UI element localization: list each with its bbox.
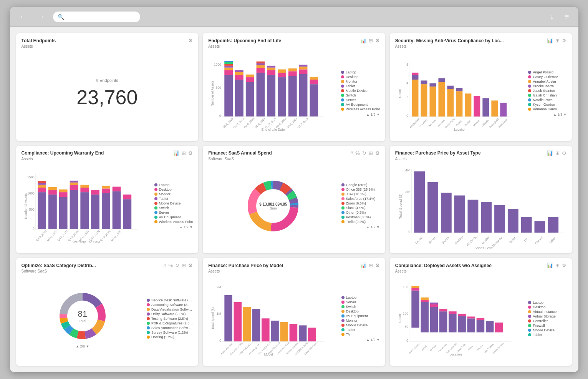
menu-button[interactable]: ≡ xyxy=(561,11,572,23)
bar-chart-icon[interactable]: 📊 xyxy=(360,38,366,43)
donut-area: $ 13,881,894.85 Sum xyxy=(208,163,338,249)
svg-text:Number of Assets: Number of Assets xyxy=(211,81,215,106)
hash-icon[interactable]: # xyxy=(350,150,353,156)
legend-label: Switch xyxy=(346,93,356,97)
svg-text:Firewall: Firewall xyxy=(534,235,544,245)
legend-dot xyxy=(341,89,344,92)
legend-item: Mobile Device xyxy=(528,328,566,332)
legend-dot xyxy=(147,299,150,302)
table-icon[interactable]: ⊞ xyxy=(555,38,560,43)
gear-icon[interactable]: ⚙ xyxy=(188,150,193,156)
pagination[interactable]: ▲ 1/2 ▼ xyxy=(341,338,380,342)
widget-body: # Endpoints 23,760 xyxy=(22,51,193,136)
widget-optimize-saas: Optimize: SaaS Category Distrib... # % ↻… xyxy=(16,258,199,366)
widget-actions: # % ↻ ⊞ ⚙ xyxy=(350,150,380,156)
table-icon[interactable]: ⊞ xyxy=(555,263,560,268)
widget-title: Endpoints: Upcoming End of Life xyxy=(208,38,281,43)
legend-item: Service Desk Software (… xyxy=(147,298,193,302)
pagination[interactable]: ▲ 1/2 ▼ xyxy=(341,113,380,116)
table-icon[interactable]: ⊞ xyxy=(182,263,186,268)
back-button[interactable]: ← xyxy=(16,11,30,23)
legend-label: Other (0.7%) xyxy=(346,211,366,214)
legend-item: Monitor xyxy=(341,319,380,322)
svg-rect-58 xyxy=(412,75,418,80)
svg-rect-15 xyxy=(235,70,243,72)
pagination[interactable]: ▲ 1/2 ▼ xyxy=(154,225,193,229)
legend-item: Jacob Stanton xyxy=(528,89,566,93)
svg-rect-231 xyxy=(476,318,484,320)
bar-chart-icon[interactable]: 📊 xyxy=(360,263,366,268)
svg-rect-101 xyxy=(48,187,57,190)
chart-area: Total Spend ($) 4M 2M 0 xyxy=(395,163,567,249)
legend-item: Brooke Ibarra xyxy=(528,84,566,88)
svg-rect-118 xyxy=(112,186,121,191)
legend-label: Monitor xyxy=(159,192,171,196)
legend-item: Server xyxy=(341,98,380,102)
svg-rect-64 xyxy=(438,82,445,117)
svg-rect-63 xyxy=(429,83,436,86)
download-button[interactable]: ↓ xyxy=(547,11,557,23)
svg-rect-191 xyxy=(280,322,288,342)
pagination[interactable]: ▲ 1/2 ▼ xyxy=(341,225,380,229)
bar-chart-icon[interactable]: 📊 xyxy=(173,150,179,156)
svg-text:Asset Type: Asset Type xyxy=(474,245,493,249)
address-input[interactable] xyxy=(53,12,140,22)
gear-icon[interactable]: ⚙ xyxy=(562,263,566,268)
svg-rect-61 xyxy=(421,80,427,84)
bar-chart-icon[interactable]: 📊 xyxy=(547,150,553,156)
legend-item: Sales Automation Softw… xyxy=(147,326,193,330)
svg-rect-117 xyxy=(112,191,121,229)
legend-dot xyxy=(147,308,150,311)
svg-rect-6 xyxy=(224,70,233,75)
legend-item: Salesforce (17.4%) xyxy=(341,197,380,201)
pagination[interactable]: ▲ 2/6 ▼ xyxy=(76,344,89,348)
legend-label: Kyson Gordon xyxy=(533,103,555,106)
gear-icon[interactable]: ⚙ xyxy=(375,263,380,268)
refresh-icon[interactable]: ↻ xyxy=(175,263,179,268)
refresh-icon[interactable]: ↻ xyxy=(362,150,366,156)
gear-icon[interactable]: ⚙ xyxy=(375,38,380,43)
widget-actions: 📊 ⊞ ⚙ xyxy=(547,38,566,43)
table-icon[interactable]: ⊞ xyxy=(369,150,373,156)
percent-icon[interactable]: % xyxy=(355,150,360,156)
bar-chart-icon[interactable]: 📊 xyxy=(547,38,553,43)
widget-subtitle: Assets xyxy=(22,44,193,48)
svg-text:0: 0 xyxy=(219,339,221,342)
legend-item: Virtual Storage xyxy=(528,314,566,318)
svg-rect-60 xyxy=(421,84,427,117)
legend-label: Google (26%) xyxy=(346,183,368,187)
legend-item: Postman (0.3%) xyxy=(341,215,380,219)
legend-label: Data Visualization Softw… xyxy=(151,308,192,311)
legend-item: Mobile Device xyxy=(154,201,193,205)
legend-item: Zoom (6.5%) xyxy=(341,201,380,205)
legend-item: Server xyxy=(341,300,380,304)
widget-title: Finance: SaaS Annual Spend xyxy=(208,150,272,156)
endpoints-value: 23,760 xyxy=(76,86,137,109)
table-icon[interactable]: ⊞ xyxy=(369,263,373,268)
legend-label: Testing Software (2.5%) xyxy=(151,317,188,321)
svg-rect-8 xyxy=(224,66,233,68)
gear-icon[interactable]: ⚙ xyxy=(188,38,193,43)
percent-icon[interactable]: % xyxy=(169,263,173,268)
legend-dot xyxy=(528,315,531,318)
table-icon[interactable]: ⊞ xyxy=(182,150,186,156)
svg-rect-144 xyxy=(414,171,425,233)
gear-icon[interactable]: ⚙ xyxy=(562,38,566,43)
legend-label: Annabel Austin xyxy=(533,80,556,83)
bar-chart-icon[interactable]: 📊 xyxy=(547,263,553,268)
svg-rect-227 xyxy=(458,314,466,316)
svg-rect-185 xyxy=(224,295,232,342)
svg-rect-103 xyxy=(59,192,67,197)
gear-icon[interactable]: ⚙ xyxy=(562,150,566,156)
gear-icon[interactable]: ⚙ xyxy=(188,263,193,268)
svg-rect-223 xyxy=(439,309,447,311)
forward-button[interactable]: → xyxy=(35,11,48,23)
svg-rect-120 xyxy=(123,194,131,199)
pagination[interactable]: ▲ 1/3 ▼ xyxy=(528,113,566,116)
deployed-legend: Laptop Desktop Virtual Instance Vir xyxy=(528,276,566,361)
svg-rect-221 xyxy=(430,303,438,305)
table-icon[interactable]: ⊞ xyxy=(555,150,560,156)
table-icon[interactable]: ⊞ xyxy=(369,38,373,43)
hash-icon[interactable]: # xyxy=(163,263,166,268)
gear-icon[interactable]: ⚙ xyxy=(375,150,380,156)
